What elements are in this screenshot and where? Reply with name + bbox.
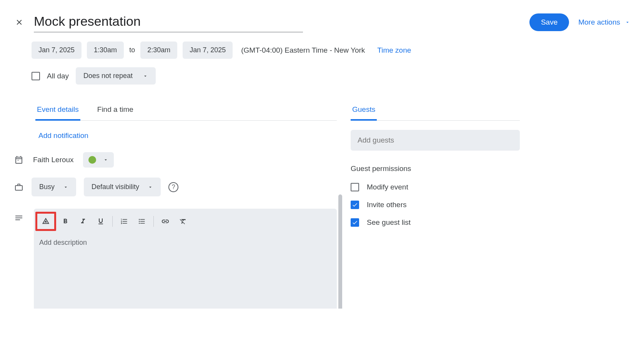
briefcase-icon: [14, 183, 24, 192]
attach-drive-icon[interactable]: [37, 214, 54, 229]
start-date-chip[interactable]: Jan 7, 2025: [32, 42, 82, 59]
description-editor[interactable]: Add description: [34, 209, 337, 309]
calendar-color-dropdown[interactable]: [83, 152, 114, 168]
caret-down-icon: [143, 73, 148, 79]
availability-dropdown[interactable]: Busy: [32, 178, 76, 196]
invite-others-label: Invite others: [367, 201, 407, 209]
event-title-input[interactable]: [34, 12, 303, 32]
tab-find-a-time[interactable]: Find a time: [96, 102, 135, 121]
calendar-owner: Faith Leroux: [33, 156, 74, 164]
caret-down-icon: [103, 157, 108, 163]
visibility-label: Default visibility: [92, 183, 139, 191]
to-label: to: [129, 46, 135, 54]
more-actions-dropdown[interactable]: More actions: [578, 18, 630, 27]
end-date-chip[interactable]: Jan 7, 2025: [183, 42, 233, 59]
clear-formatting-icon[interactable]: [175, 214, 191, 229]
recurrence-label: Does not repeat: [83, 72, 133, 80]
caret-down-icon: [148, 184, 153, 190]
insert-link-icon[interactable]: [157, 214, 174, 229]
guest-permissions-title: Guest permissions: [351, 164, 520, 173]
invite-others-checkbox[interactable]: [351, 201, 359, 209]
end-time-chip[interactable]: 2:30am: [140, 42, 177, 59]
description-toolbar: [34, 209, 337, 234]
tab-guests[interactable]: Guests: [351, 102, 377, 121]
caret-down-icon: [625, 20, 630, 25]
start-time-chip[interactable]: 1:30am: [87, 42, 124, 59]
timezone-display: (GMT-04:00) Eastern Time - New York: [241, 46, 365, 55]
italic-icon[interactable]: [75, 214, 92, 229]
highlight-annotation: [35, 212, 56, 231]
close-icon[interactable]: [14, 17, 25, 28]
bulleted-list-icon[interactable]: [133, 214, 150, 229]
calendar-icon: [14, 155, 24, 164]
color-swatch: [88, 156, 96, 164]
caret-down-icon: [63, 184, 68, 190]
availability-label: Busy: [39, 183, 55, 191]
numbered-list-icon[interactable]: [116, 214, 133, 229]
add-notification-link[interactable]: Add notification: [14, 121, 337, 147]
bold-icon[interactable]: [57, 214, 74, 229]
more-actions-label: More actions: [578, 18, 620, 27]
recurrence-dropdown[interactable]: Does not repeat: [76, 67, 156, 85]
modify-event-checkbox[interactable]: [351, 183, 359, 191]
save-button[interactable]: Save: [529, 13, 569, 31]
modify-event-label: Modify event: [367, 183, 408, 191]
help-icon[interactable]: ?: [168, 182, 178, 192]
scrollbar[interactable]: [338, 194, 342, 309]
visibility-dropdown[interactable]: Default visibility: [84, 178, 161, 196]
tab-event-details[interactable]: Event details: [35, 102, 80, 121]
see-guest-list-label: See guest list: [367, 218, 411, 227]
description-placeholder: Add description: [34, 234, 337, 251]
allday-label: All day: [47, 72, 69, 80]
description-icon: [14, 209, 24, 309]
timezone-link[interactable]: Time zone: [377, 46, 411, 55]
add-guests-input[interactable]: [351, 130, 520, 151]
see-guest-list-checkbox[interactable]: [351, 218, 359, 227]
underline-icon[interactable]: [92, 214, 109, 229]
allday-checkbox[interactable]: [32, 72, 40, 80]
